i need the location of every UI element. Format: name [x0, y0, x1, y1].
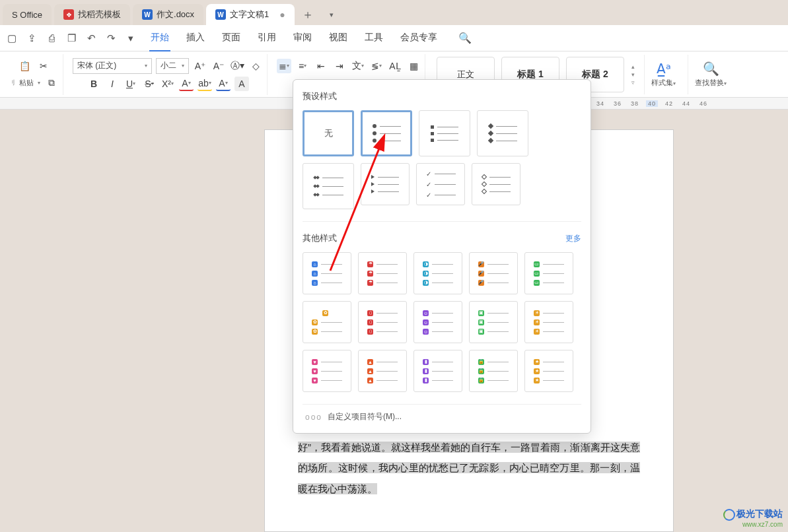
bullet-tag[interactable]: ◑◑◑	[413, 252, 462, 294]
save-icon[interactable]: ▢	[5, 32, 18, 45]
bullet-camera[interactable]: ▣▣▣	[469, 301, 518, 343]
bullet-diamond[interactable]	[477, 110, 528, 156]
bullet-none[interactable]: 无	[303, 110, 354, 156]
tab-doc2[interactable]: W文字文稿1●	[206, 4, 295, 25]
char-shade-icon[interactable]: A	[234, 77, 249, 91]
bullet-flame[interactable]: ▲▲▲	[358, 350, 407, 392]
paste-icon[interactable]: 📋	[18, 59, 32, 73]
indent-inc-icon[interactable]: ⇥	[332, 59, 347, 73]
preset-styles-title: 预设样式	[303, 90, 581, 102]
menu-tools[interactable]: 工具	[363, 25, 384, 51]
find-replace-group[interactable]: 🔍 查找替换▾	[688, 55, 733, 94]
word-icon: W	[142, 9, 153, 20]
bullet-check[interactable]: ✓ ✓ ✓	[416, 163, 465, 205]
bold-icon[interactable]: B	[87, 77, 101, 91]
ruler-tick: 44	[680, 100, 692, 107]
menu-start[interactable]: 开始	[149, 25, 170, 51]
bullet-can[interactable]: ⬯⬯⬯	[358, 301, 407, 343]
modified-dot: ●	[279, 9, 285, 20]
number-list-icon[interactable]: ≡▾	[295, 59, 310, 73]
bullet-star[interactable]: ★★★	[524, 350, 573, 392]
ruler-tick: 38	[629, 100, 641, 107]
pilcrow-icon[interactable]: AḺ	[388, 59, 402, 73]
superscript-icon[interactable]: X²▾	[161, 77, 175, 91]
bullet-heart[interactable]: ♥♥♥	[303, 350, 351, 392]
font-size-select[interactable]: 小二▾	[156, 58, 189, 74]
more-link[interactable]: 更多	[565, 233, 581, 244]
tab-doc1[interactable]: W作文.docx	[133, 4, 203, 25]
redo-icon[interactable]: ↷	[104, 32, 118, 45]
menu-bar: ▢ ⇪ ⎙ ❐ ↶ ↷ ▾ 开始 插入 页面 引用 审阅 视图 工具 会员专享 …	[0, 25, 788, 51]
undo-icon[interactable]: ↶	[85, 32, 98, 45]
find-label: 查找替换	[695, 79, 724, 86]
tab-label: 作文.docx	[157, 9, 194, 20]
other-grid: ⌂⌂⌂ ☂☂☂ ◑◑◑ 🎤🎤🎤 ▭▭▭ ✿✿✿ ⬯⬯⬯ ☺☺☺ ▣▣▣ ☀☀☀ …	[303, 252, 581, 392]
bullet-fourdiamond[interactable]	[303, 163, 354, 209]
custom-bullet-label: 自定义项目符号(M)...	[328, 411, 402, 422]
menu-insert[interactable]: 插入	[185, 25, 206, 51]
style-sets-icon: A̲ᵃ	[657, 61, 671, 77]
font-name-select[interactable]: 宋体 (正文)▾	[73, 58, 152, 74]
style-scroll[interactable]: ▴▾▿	[631, 63, 635, 86]
shrink-font-icon[interactable]: A⁻	[211, 59, 226, 73]
menu-member[interactable]: 会员专享	[399, 25, 439, 51]
ellipsis-icon: ooo	[305, 413, 322, 422]
preset-grid: 无 ✓ ✓ ✓	[303, 110, 581, 209]
paste-label: 粘贴	[19, 78, 34, 88]
bullet-disc[interactable]	[361, 110, 412, 156]
bullet-open-diamond[interactable]	[472, 163, 520, 205]
menu-review[interactable]: 审阅	[292, 25, 313, 51]
clear-format-icon[interactable]: ◇	[248, 59, 263, 73]
print-icon[interactable]: ⎙	[45, 32, 58, 45]
bullet-mic[interactable]: 🎤🎤🎤	[469, 252, 518, 294]
tab-menu-button[interactable]: ▾	[321, 4, 342, 25]
doc-icon: ❖	[63, 9, 74, 20]
font-group: 宋体 (正文)▾ 小二▾ A⁺ A⁻ Ⓐ▾ ◇ B I U▾ S▾ X²▾ A▾…	[69, 54, 268, 95]
bullet-sun[interactable]: ☀☀☀	[524, 301, 573, 343]
menu-view[interactable]: 视图	[328, 25, 349, 51]
bullet-style-popup: 预设样式 无 ✓ ✓ ✓	[293, 79, 591, 434]
menu-page[interactable]: 页面	[221, 25, 242, 51]
font-color-icon[interactable]: A▾	[216, 77, 231, 91]
tab-templates[interactable]: ❖找稻壳模板	[54, 4, 130, 25]
bullet-chat[interactable]: ▭▭▭	[524, 252, 573, 294]
bullet-house[interactable]: ⌂⌂⌂	[303, 252, 351, 294]
text-run: 好”，我看着她说道。就这样我坐着她的自行车，一路冒着雨，渐渐离开这失意的场所。这…	[298, 442, 640, 494]
bullet-lock[interactable]: 🔒🔒🔒	[469, 350, 518, 392]
italic-icon[interactable]: I	[105, 77, 120, 91]
quick-access-toolbar: ▢ ⇪ ⎙ ❐ ↶ ↷ ▾	[5, 32, 143, 45]
share-icon[interactable]: ⇪	[25, 32, 38, 45]
menu-ref[interactable]: 引用	[256, 25, 277, 51]
font-color-a-icon[interactable]: A▾	[179, 77, 194, 91]
bullet-square[interactable]	[419, 110, 470, 156]
highlight-icon[interactable]: ab▾	[197, 77, 212, 91]
ruler-tick: 46	[698, 100, 709, 107]
grow-font-icon[interactable]: A⁺	[193, 59, 207, 73]
copy-icon[interactable]: ⧉	[44, 76, 59, 90]
underline-icon[interactable]: U▾	[124, 77, 138, 91]
cut-icon[interactable]: ✂	[36, 59, 51, 73]
other-styles-title: 其他样式	[303, 232, 337, 244]
custom-bullet-button[interactable]: ooo 自定义项目符号(M)...	[303, 404, 581, 429]
search-icon[interactable]: 🔍	[458, 32, 472, 44]
bullet-list-icon[interactable]: ≣▾	[277, 59, 291, 73]
bullet-smile[interactable]: ☺☺☺	[413, 301, 462, 343]
more-icon[interactable]: ▾	[124, 32, 137, 45]
bullet-triangle[interactable]	[361, 163, 410, 205]
new-tab-button[interactable]: ＋	[297, 4, 318, 25]
bullet-umbrella[interactable]: ☂☂☂	[358, 252, 407, 294]
font-size: 小二	[161, 60, 176, 71]
sort-icon[interactable]: ≶▾	[369, 59, 384, 73]
tab-office[interactable]: S Office	[3, 4, 52, 25]
strike-icon[interactable]: S▾	[142, 77, 157, 91]
text-effect-icon[interactable]: 文▾	[351, 59, 365, 73]
case-icon[interactable]: Ⓐ▾	[230, 59, 244, 73]
preview-icon[interactable]: ❐	[65, 32, 78, 45]
indent-dec-icon[interactable]: ⇤	[314, 59, 328, 73]
tab-label: 找稻壳模板	[78, 9, 121, 20]
bullet-bookmark[interactable]: ▮▮▮	[413, 350, 462, 392]
style-sets-group[interactable]: A̲ᵃ 样式集▾	[644, 55, 682, 94]
border-icon[interactable]: ▦	[406, 59, 421, 73]
ruler-tick: 36	[612, 100, 624, 107]
bullet-gear[interactable]: ✿✿✿	[303, 301, 351, 343]
